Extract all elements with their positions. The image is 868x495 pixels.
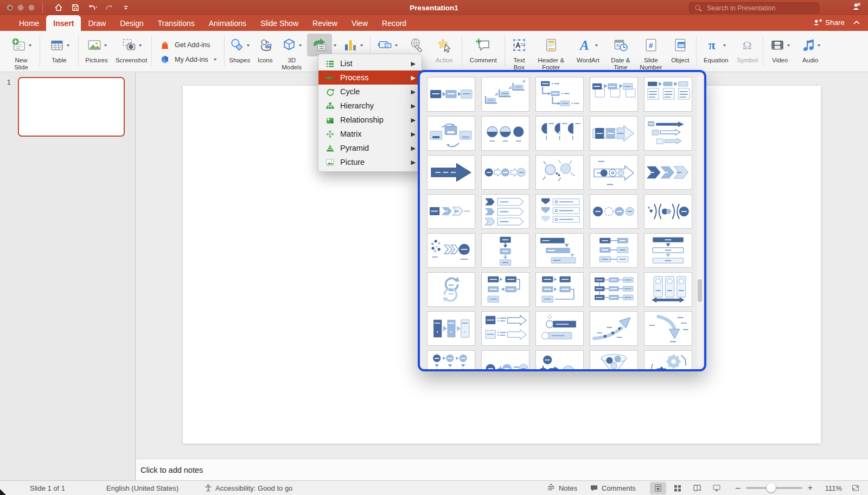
close-window-button[interactable]: [7, 4, 13, 11]
slide-thumbnail[interactable]: [18, 77, 125, 137]
smartart-menu-item-pyramid[interactable]: Pyramid▶: [318, 141, 422, 155]
smartart-layout-alternating-flow[interactable]: [644, 77, 692, 112]
home-button[interactable]: [54, 3, 63, 12]
notes-pane[interactable]: Click to add notes: [136, 459, 868, 480]
smartart-layout-vertical-bar-process[interactable]: [644, 233, 692, 268]
smartart-layout-half-circle-timeline[interactable]: [535, 116, 584, 151]
smartart-layout-circle-bar-process[interactable]: [535, 311, 584, 346]
minimize-window-button[interactable]: [17, 4, 24, 11]
text-box-button[interactable]: Text Box: [507, 33, 532, 72]
smartart-layout-circle-arrow-process[interactable]: [481, 155, 529, 190]
tab-animations[interactable]: Animations: [202, 15, 253, 31]
icons-button[interactable]: Icons: [253, 33, 277, 72]
smartart-layout-basic-arrow[interactable]: [427, 155, 475, 190]
smartart-layout-circle-accent-timeline[interactable]: [590, 155, 638, 190]
normal-view-button[interactable]: [650, 482, 666, 494]
smartart-layout-vertical-arrow-list[interactable]: [535, 194, 584, 229]
new-slide-button[interactable]: ▼New Slide: [4, 33, 38, 72]
smartart-menu-item-matrix[interactable]: Matrix▶: [318, 127, 422, 141]
date-time-button[interactable]: Date & Time: [605, 33, 636, 72]
undo-button[interactable]: [87, 3, 97, 12]
zoom-out-button[interactable]: –: [736, 483, 741, 493]
smartart-layout-interconnected-block-process[interactable]: [644, 194, 692, 229]
zoom-slider-knob[interactable]: [767, 483, 776, 492]
symbol-button[interactable]: ΩSymbol: [734, 33, 761, 72]
smartart-layout-gear-process[interactable]: [644, 350, 692, 371]
share-button[interactable]: Share: [813, 17, 861, 27]
smartart-layout-converging-dots-process[interactable]: [427, 233, 475, 268]
reading-view-button[interactable]: [689, 482, 705, 494]
smartart-layout-equation-circles[interactable]: [481, 350, 529, 371]
smartart-layout-funnel-process[interactable]: [590, 350, 638, 371]
smartart-layout-basic-chevron-process[interactable]: [644, 155, 692, 190]
smartart-menu-item-process[interactable]: Process▶: [318, 70, 422, 85]
screenshot-button[interactable]: ▼Screenshot: [113, 33, 150, 72]
smartart-layout-step-down-process[interactable]: [535, 77, 584, 112]
search-field[interactable]: [689, 2, 819, 14]
smartart-layout-equation-arrow-process[interactable]: [481, 311, 529, 346]
smartart-layout-vertical-chevron-list[interactable]: [481, 194, 529, 229]
zoom-slider[interactable]: [746, 487, 802, 489]
smartart-layout-step-up-process[interactable]: [481, 77, 529, 112]
collapse-ribbon-icon[interactable]: [852, 17, 861, 27]
zoom-level[interactable]: 111%: [820, 484, 842, 492]
tab-slide-show[interactable]: Slide Show: [253, 15, 305, 31]
accessibility-status[interactable]: Accessibility: Good to go: [215, 484, 292, 492]
tab-review[interactable]: Review: [305, 15, 344, 31]
tab-draw[interactable]: Draw: [81, 15, 113, 31]
smartart-layout-staggered-process[interactable]: [535, 233, 584, 268]
action-button[interactable]: Action: [429, 33, 460, 72]
smartart-layout-accent-circle-process[interactable]: [535, 155, 584, 190]
tab-record[interactable]: Record: [375, 15, 413, 31]
customize-toolbar-button[interactable]: [121, 3, 131, 12]
wordart-button[interactable]: A▼WordArt: [571, 33, 605, 72]
slide-sorter-view-button[interactable]: [669, 482, 686, 494]
smartart-layout-staggered-arrow-process[interactable]: [644, 116, 692, 151]
smartart-layout-accent-process[interactable]: [590, 77, 638, 112]
smartart-layout-panel-arrow-process[interactable]: [644, 272, 692, 307]
smartart-layout-connected-circle-process[interactable]: [590, 194, 638, 229]
equation-button[interactable]: π▼Equation: [698, 33, 734, 72]
smartart-menu-item-picture[interactable]: Picture▶: [318, 155, 422, 169]
smartart-layout-basic-process[interactable]: [427, 77, 475, 112]
tab-design[interactable]: Design: [113, 15, 151, 31]
smartart-layout-descending-curve-arrow[interactable]: [644, 311, 692, 346]
tab-transitions[interactable]: Transitions: [151, 15, 202, 31]
my-add-ins-button[interactable]: My Add-ins▼: [159, 54, 217, 66]
table-button[interactable]: ▼Table: [42, 33, 76, 72]
object-button[interactable]: Object: [666, 33, 694, 72]
tab-home[interactable]: Home: [12, 15, 46, 31]
smartart-menu-item-list[interactable]: List▶: [318, 56, 422, 70]
smartart-layout-upward-curve-arrow[interactable]: [590, 311, 638, 346]
smartart-layout-pie-process[interactable]: [481, 116, 529, 151]
comment-button[interactable]: Comment: [464, 33, 503, 72]
video-button[interactable]: ▼Video: [765, 33, 795, 72]
account-avatar[interactable]: [852, 2, 861, 14]
slideshow-button[interactable]: [709, 482, 725, 494]
search-input[interactable]: [706, 4, 815, 12]
smartart-layout-chevron-accent-process[interactable]: [427, 194, 475, 229]
shapes-button[interactable]: ▼Shapes: [226, 33, 253, 72]
smartart-menu-item-relationship[interactable]: Relationship▶: [318, 113, 422, 127]
get-add-ins-button[interactable]: Get Add-ins: [159, 39, 217, 51]
audio-button[interactable]: ▼Audio: [795, 33, 826, 72]
notes-toggle-button[interactable]: Notes: [546, 483, 577, 493]
tab-view[interactable]: View: [344, 15, 375, 31]
smartart-layout-vertical-process[interactable]: [481, 233, 529, 268]
comments-toggle-button[interactable]: Comments: [589, 483, 636, 493]
zoom-in-button[interactable]: +: [808, 483, 813, 493]
maximize-window-button[interactable]: [28, 4, 35, 11]
gallery-scrollbar-track[interactable]: [697, 75, 703, 367]
fit-slide-button[interactable]: [851, 483, 860, 493]
smartart-layout-repeating-bending-process[interactable]: [481, 272, 529, 307]
smartart-menu-item-hierarchy[interactable]: Hierarchy▶: [318, 99, 422, 113]
header-footer-button[interactable]: Header & Footer: [532, 33, 571, 72]
language-selector[interactable]: English (United States): [106, 484, 178, 492]
tab-insert[interactable]: Insert: [46, 15, 81, 31]
3d-models-button[interactable]: ▼3D Models: [277, 33, 307, 72]
smartart-layout-circle-column-process[interactable]: [427, 350, 475, 371]
slide-number-button[interactable]: #Slide Number: [636, 33, 666, 72]
smartart-layout-grid-bending-process[interactable]: [590, 272, 638, 307]
pictures-button[interactable]: ▼Pictures: [80, 33, 113, 72]
smartart-layout-continuous-loop-process[interactable]: [427, 272, 475, 307]
